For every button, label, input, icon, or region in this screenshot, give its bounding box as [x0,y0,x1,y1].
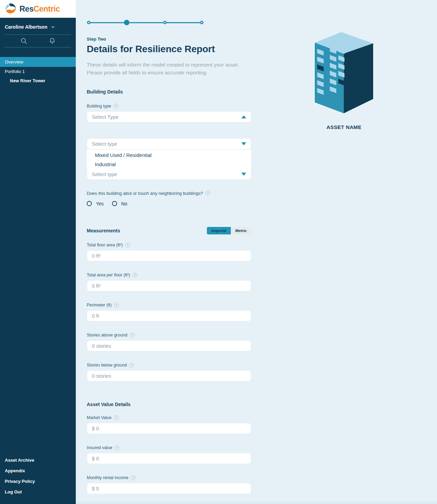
market-value-field: Market Value ? [87,415,251,434]
arrow-down-icon [241,173,246,176]
asset-name-caption: ASSET NAME [326,124,361,130]
building-type-label: Building type ? [87,104,251,109]
section-building-details: Building Details [87,89,251,95]
help-icon[interactable]: ? [114,303,119,307]
monthly-rental-income-input[interactable] [87,483,251,494]
step-3-dot [163,21,167,24]
search-icon[interactable] [20,37,28,45]
sidebar-item-portfolio-1[interactable]: Portfolio 1 [0,67,76,76]
brand-logo[interactable]: ResCentric [0,0,76,18]
abut-question-field: Does this building abut or touch any nei… [87,191,251,206]
sidebar-item-overview[interactable]: Overview [0,57,76,67]
step-4-dot [200,21,203,24]
total-floor-area-label: Total floor area (ft²) ? [87,243,251,247]
option-mixed-used-residential[interactable]: Mixed Used / Residential [87,150,251,160]
insured-value-field: Insured value ? [87,445,251,464]
step-eyebrow: Step Two [87,37,251,42]
step-2-dot-current [124,20,129,25]
building-type-dropdown: Mixed Used / Residential Industrial [87,149,251,172]
total-floor-area-field: Total floor area (ft²) ? [87,243,251,261]
section-measurements: Measurements [87,228,120,233]
brand-name: ResCentric [19,4,60,14]
building-type-select[interactable]: Select Type [87,111,251,123]
help-icon[interactable]: ? [125,243,130,247]
help-icon[interactable]: ? [115,445,119,450]
radio-yes-label: Yes [96,201,104,206]
arrow-up-icon [241,115,246,118]
perimeter-field: Perimeter (ft) ? [87,303,251,321]
market-value-label: Market Value ? [87,415,251,420]
stories-above-input[interactable] [87,340,251,351]
perimeter-input[interactable] [87,310,251,321]
progress-stepper [87,20,203,25]
sidebar-item-privacy-policy[interactable]: Privacy Policy [5,476,71,487]
asset-illustration: ASSET NAME [315,32,373,130]
total-floor-area-input[interactable] [87,250,251,261]
bell-icon[interactable] [48,37,56,45]
section-asset-value: Asset Value Details [87,402,251,407]
unit-toggle: Imperial Metric [207,227,251,234]
insured-value-input[interactable] [87,453,251,464]
stories-below-label: Stories below ground ? [87,363,251,368]
divider [5,47,71,47]
market-value-input[interactable] [87,423,251,434]
toggle-imperial[interactable]: Imperial [207,227,231,234]
brand-name-primary: Res [19,4,33,13]
step-1-dot [87,21,90,24]
abut-radio-group: Yes No [87,201,251,206]
monthly-rental-income-label: Monthly rental income ? [87,475,251,480]
user-menu[interactable]: Caroline Albertson [0,18,76,34]
stories-below-input[interactable] [87,370,251,381]
sidebar: ResCentric Caroline Albertson Overview P… [0,0,76,504]
building-type-field: Building type ? Select Type Mixed Used /… [87,104,251,149]
sidebar-nav: Overview Portfolio 1 New River Tower [0,57,76,85]
help-icon[interactable]: ? [114,415,119,420]
area-per-floor-field: Total area per floor (ft²) ? [87,273,251,291]
radio-no[interactable] [112,201,117,206]
area-per-floor-label: Total area per floor (ft²) ? [87,273,251,277]
radio-no-label: No [121,201,127,206]
option-industrial[interactable]: Industrial [87,160,251,169]
help-icon[interactable]: ? [129,363,134,368]
abut-question-label: Does this building abut or touch any nei… [87,191,251,196]
caret-down-icon [51,26,55,29]
insured-value-label: Insured value ? [87,445,251,450]
covered-select-placeholder: Select type [92,141,117,147]
sidebar-item-log-out[interactable]: Log Out [5,487,71,497]
help-icon[interactable]: ? [130,333,135,337]
help-icon[interactable]: ? [205,191,210,196]
sidebar-item-new-river-tower[interactable]: New River Tower [0,76,76,85]
page-title: Details for Resilience Report [87,44,251,55]
sidebar-item-appendix[interactable]: Appendix [5,465,71,476]
help-icon[interactable]: ? [132,273,137,277]
monthly-rental-income-field: Monthly rental income ? [87,475,251,494]
sidebar-item-asset-archive[interactable]: Asset Archive [5,455,71,465]
stories-above-label: Stories above ground ? [87,333,251,337]
radio-yes[interactable] [87,201,92,206]
building-illustration-icon [315,32,373,113]
perimeter-label: Perimeter (ft) ? [87,303,251,307]
footer-strip [76,502,437,504]
toggle-metric[interactable]: Metric [231,227,251,234]
page-description: These details will inform the model crea… [87,61,244,77]
brand-swirl-icon [4,3,17,15]
stories-above-field: Stories above ground ? [87,333,251,351]
building-material-placeholder: Select type [92,171,117,177]
building-type-placeholder: Select Type [92,114,118,120]
covered-select[interactable]: Select type [87,138,251,149]
area-per-floor-input[interactable] [87,280,251,291]
arrow-down-icon [241,142,246,145]
measurements-header: Measurements Imperial Metric [87,227,251,234]
user-name: Caroline Albertson [5,24,47,30]
brand-name-secondary: Centric [33,4,60,13]
help-icon[interactable]: ? [114,104,118,109]
stories-below-field: Stories below ground ? [87,363,251,381]
help-icon[interactable]: ? [131,475,136,480]
sidebar-footer-nav: Asset Archive Appendix Privacy Policy Lo… [0,455,76,504]
main-content: Step Two Details for Resilience Report T… [76,0,437,504]
